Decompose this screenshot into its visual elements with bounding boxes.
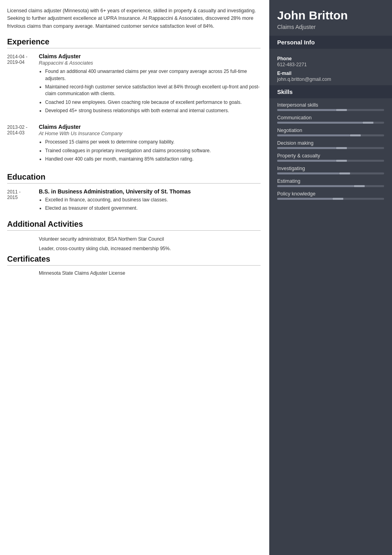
activity-entry: Volunteer security administrator, BSA No… xyxy=(7,235,261,243)
skill-bar-fill xyxy=(277,160,336,162)
full-name: John Britton xyxy=(277,9,384,23)
skill-bar-fill xyxy=(277,134,350,136)
entry-content: Claims Adjuster Rappaccini & Associates … xyxy=(39,53,261,116)
entry-title: Claims Adjuster xyxy=(39,53,261,59)
skill-name: Communication xyxy=(277,115,384,121)
edu-bullets: Excelled in finance, accounting, and bus… xyxy=(39,197,261,212)
skill-bar-fill xyxy=(277,172,339,174)
experience-section-title: Experience xyxy=(7,37,261,46)
cert-spacer xyxy=(7,270,39,276)
activities-list: Volunteer security administrator, BSA No… xyxy=(7,235,261,252)
skill-bar-bg xyxy=(277,122,384,124)
certificates-section-title: Certificates xyxy=(7,255,261,264)
skill-name: Decision making xyxy=(277,140,384,146)
skill-bar-bg xyxy=(277,198,384,200)
entry-dates: 2014-04 -2019-04 xyxy=(7,53,39,116)
email-label: E-mail xyxy=(277,71,384,76)
experience-divider xyxy=(7,48,261,48)
entry-dates: 2013-02 -2014-03 xyxy=(7,124,39,164)
skill-item: Communication xyxy=(277,115,384,124)
left-panel: Licensed claims adjuster (Minnesota) wit… xyxy=(0,0,269,555)
bullet-item: Handled over 400 calls per month, mainta… xyxy=(45,156,261,163)
entry-bullets: Processed 15 claims per week to determin… xyxy=(39,139,261,163)
skill-bar-marker xyxy=(336,109,347,111)
bullet-item: Coached 10 new employees. Given coaching… xyxy=(45,99,261,106)
skills-header: Skills xyxy=(269,85,392,98)
education-divider xyxy=(7,183,261,184)
skill-bar-marker xyxy=(333,198,343,200)
skill-name: Negotiation xyxy=(277,128,384,133)
skill-item: Property & casualty xyxy=(277,153,384,162)
skill-name: Property & casualty xyxy=(277,153,384,159)
edu-content: B.S. in Business Administration, Univers… xyxy=(39,188,261,214)
skill-bar-marker xyxy=(336,147,347,149)
skill-bar-marker xyxy=(336,160,347,162)
bullet-item: Processed 15 claims per week to determin… xyxy=(45,139,261,145)
entry-org: At Home With Us Insurance Company xyxy=(39,131,261,136)
bullet-item: Found an additional 400 unwarranted clai… xyxy=(45,68,261,82)
skill-name: Interpersonal skills xyxy=(277,102,384,108)
skill-item: Negotiation xyxy=(277,128,384,136)
skill-name: Estimating xyxy=(277,178,384,184)
skill-item: Policy knowledge xyxy=(277,191,384,200)
activities-section-title: Additional Activities xyxy=(7,220,261,229)
activity-text: Volunteer security administrator, BSA No… xyxy=(39,235,261,243)
phone-value: 612-483-2271 xyxy=(277,62,384,67)
skill-item: Interpersonal skills xyxy=(277,102,384,111)
edu-bullet: Excelled in finance, accounting, and bus… xyxy=(45,197,261,203)
activities-spacer xyxy=(7,235,39,243)
bullet-item: Trained colleagues in proprietary invest… xyxy=(45,147,261,154)
summary-text: Licensed claims adjuster (Minnesota) wit… xyxy=(7,7,261,30)
skills-block: Interpersonal skills Communication Negot… xyxy=(269,98,392,208)
education-section-title: Education xyxy=(7,172,261,182)
bullet-item: Developed 45+ strong business relationsh… xyxy=(45,107,261,114)
personal-info-header: Personal Info xyxy=(269,36,392,49)
certificates-divider xyxy=(7,265,261,266)
skill-bar-fill xyxy=(277,147,336,149)
entry-title: Claims Adjuster xyxy=(39,124,261,130)
experience-entry: 2013-02 -2014-03 Claims Adjuster At Home… xyxy=(7,124,261,164)
skill-bar-bg xyxy=(277,109,384,111)
skill-bar-marker xyxy=(339,172,350,174)
personal-info-block: Phone 612-483-2271 E-mail john.q.britton… xyxy=(269,49,392,85)
activities-divider xyxy=(7,230,261,231)
cert-text: Minnesota State Claims Adjuster License xyxy=(39,270,261,276)
experience-list: 2014-04 -2019-04 Claims Adjuster Rappacc… xyxy=(7,53,261,165)
email-value: john.q.britton@gmail.com xyxy=(277,77,384,82)
skill-item: Investigating xyxy=(277,166,384,174)
edu-bullet: Elected as treasurer of student governme… xyxy=(45,205,261,212)
skill-bar-bg xyxy=(277,160,384,162)
experience-entry: 2014-04 -2019-04 Claims Adjuster Rappacc… xyxy=(7,53,261,116)
phone-label: Phone xyxy=(277,56,384,61)
skill-bar-fill xyxy=(277,122,363,124)
entry-bullets: Found an additional 400 unwarranted clai… xyxy=(39,68,261,114)
entry-org: Rappaccini & Associates xyxy=(39,60,261,66)
skill-bar-fill xyxy=(277,198,333,200)
skill-name: Policy knowledge xyxy=(277,191,384,197)
bullet-item: Maintained record-high customer service … xyxy=(45,84,261,98)
skill-bar-fill xyxy=(277,109,336,111)
skill-item: Decision making xyxy=(277,140,384,149)
education-list: 2011 -2015 B.S. in Business Administrati… xyxy=(7,188,261,214)
edu-dates: 2011 -2015 xyxy=(7,188,39,214)
certificate-entry: Minnesota State Claims Adjuster License xyxy=(7,270,261,276)
right-panel: John Britton Claims Adjuster Personal In… xyxy=(269,0,392,555)
skill-bar-bg xyxy=(277,134,384,136)
skill-bar-marker xyxy=(363,122,373,124)
job-title: Claims Adjuster xyxy=(277,24,384,30)
skill-bar-bg xyxy=(277,147,384,149)
name-block: John Britton Claims Adjuster xyxy=(269,0,392,36)
skill-item: Estimating xyxy=(277,178,384,187)
entry-content: Claims Adjuster At Home With Us Insuranc… xyxy=(39,124,261,164)
skill-bar-marker xyxy=(350,134,361,136)
edu-title: B.S. in Business Administration, Univers… xyxy=(39,188,261,195)
activity-text: Leader, cross-country skiing club, incre… xyxy=(39,245,261,252)
activities-spacer xyxy=(7,245,39,252)
skill-name: Investigating xyxy=(277,166,384,171)
certificates-list: Minnesota State Claims Adjuster License xyxy=(7,270,261,276)
activity-entry: Leader, cross-country skiing club, incre… xyxy=(7,245,261,252)
skill-bar-bg xyxy=(277,172,384,174)
skill-bar-marker xyxy=(354,185,365,187)
skill-bar-bg xyxy=(277,185,384,187)
education-entry: 2011 -2015 B.S. in Business Administrati… xyxy=(7,188,261,214)
